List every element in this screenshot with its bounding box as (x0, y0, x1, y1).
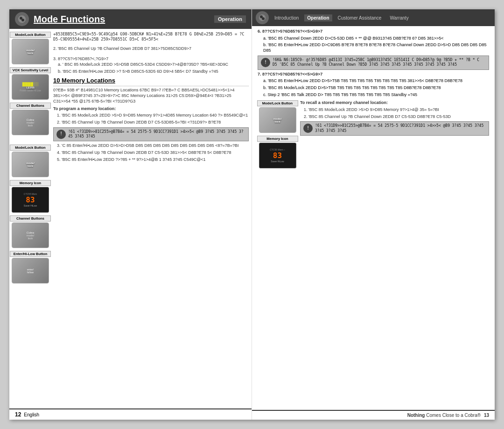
sidebar-label-memory-right: Memory Icon (257, 136, 298, 142)
sidebar-label-channel-2: Channel Buttons (10, 215, 51, 221)
device-mode-lock-right: mode/lock (259, 107, 296, 133)
sidebar-item-enter-hi: Enter/Hi-Low Button enter/hi/low (11, 251, 49, 284)
memory-intro-text: 0?EB= 93B #" B14981C10 Memory Locations … (53, 88, 249, 104)
sidebar-label-mode-lock-2: Mode/Lock Button (10, 145, 51, 151)
device-vox-img: ▓▓▓▓░░ LE055 Power Saver Hi Low (12, 74, 49, 100)
callout-icon-recall: ! (303, 124, 313, 133)
recall-step-1: 1. 'B5C 85 Mode/Lock 2EDD >5>D 9>D85 Mem… (304, 107, 489, 113)
item-6: 6. 8??C5?>5?6D85?6?<<5>G9>7 a. 'B5C 85 C… (258, 29, 489, 54)
right-sidebar: Mode/Lock Button mode/lock Memory Icon C… (258, 100, 297, 168)
nav-tab-intro[interactable]: Introduction (272, 14, 301, 21)
sidebar-item-channel-1: Channel Buttons Cobra mode/lock (11, 103, 49, 135)
left-main-content: +853EBB5C5>C9E9<55-9C49C@54 G90-5DBCK# N… (51, 29, 252, 408)
item-2-text: 2. 'B5C 85 Channel Up ?B Channel Down 2E… (53, 46, 191, 51)
sidebar-item-mode-lock-1: Mode/Lock Button mode/lock (11, 32, 49, 64)
right-footer: Nothing Comes Close to a Cobra® 13 (252, 410, 495, 420)
sidebar-item-memory-right: Memory Icon CTC55 Mem – 83 Saver HiLow (258, 136, 297, 168)
nav-tab-customer[interactable]: Customer Assistance (335, 14, 385, 21)
item-3b-text: b. 'B5C 85 Enter/Hi•Low 2EDD >? 5>B D85C… (58, 69, 249, 75)
callout-text-right: !6K& N6:185C9- @!35?6D85 @4513I 3?45=25B… (273, 58, 486, 68)
device-channel-img-2: Cobra mode/lock (12, 222, 49, 248)
sidebar-label-vox: VOX Sensitivity Level (10, 67, 51, 73)
footer-brand-strong: Nothing (407, 413, 425, 418)
memory-step-3: 3. 'C 85 Enter/Hi•Low 2EDD D>5>D>D5B D85… (57, 143, 249, 149)
memory-step-5: 5. 'B5C 85 Enter/Hi•Low 2EDD ?>?85 + ** … (57, 157, 249, 163)
sidebar-item-mode-lock-right: Mode/Lock Button mode/lock (258, 100, 297, 133)
nav-tab-operation[interactable]: Operation (304, 14, 332, 21)
item-7a: a. 'B5C 85 Enter/Hi•Low 2EDD D>5>T5B T85… (263, 78, 489, 84)
nav-tab-warranty[interactable]: Warranty (387, 14, 411, 21)
sidebar-item-memory: Memory Icon CTC55 Mem 83 Saver HiLow (11, 180, 49, 213)
device-mode-lock-img-1: mode/lock (12, 39, 49, 64)
dotted-divider (53, 86, 249, 86)
device-channel-img-1: Cobra mode/lock (12, 110, 49, 135)
page-number-left: 12 (15, 411, 21, 418)
device-enter-hi-img: enter/hi/low (12, 258, 49, 284)
footer-brand-suffix: Comes Close to a Cobra (425, 413, 477, 418)
svg-point-5 (262, 17, 265, 20)
item-7-label: 7. 8??C5?>5?6D85?6?<<5>G9>7 (258, 72, 489, 77)
sidebar-item-channel-2: Channel Buttons Cobra mode/lock (11, 215, 49, 248)
memory-section-title: 10 Memory Locations (53, 77, 249, 84)
page-container: Mode Functions Operation Mode/Lock Butto… (9, 9, 495, 420)
device-mode-lock-img-2: mode/lock (12, 152, 49, 177)
recall-step-2: 2. 'B5C 85 Channel Up ?B Channel Down 2E… (304, 114, 489, 120)
right-page: Introduction Operation Customer Assistan… (252, 9, 495, 420)
right-main-recall: To recall a stored memory channel locati… (300, 100, 489, 168)
intro-text-block: +853EBB5C5>C9E9<55-9C49C@54 G90-5DBCK# N… (53, 32, 249, 42)
page-number-right: 13 (484, 413, 489, 418)
sidebar-label-channel-1: Channel Buttons (10, 103, 51, 109)
item-6-label: 6. 8??C5?>5?6D85?6?<<5>G9>7 (258, 29, 489, 35)
left-footer: 12 English (9, 408, 252, 420)
memory-step-2: 2. 'B5C 85 Channel Up ?B Channel Down 2E… (57, 120, 249, 125)
sidebar-item-vox: VOX Sensitivity Level ▓▓▓▓░░ LE055 Power… (11, 67, 49, 100)
left-page: Mode Functions Operation Mode/Lock Butto… (9, 9, 252, 420)
svg-point-2 (21, 19, 24, 21)
item-7b: b. 'B5C 85 Mode/Lock 2EDD D>5>T5B T85 T8… (263, 85, 489, 91)
sidebar-label-memory: Memory Icon (10, 180, 51, 186)
callout-box-right: ! !6K& N6:185C9- @!35?6D85 @4513I 3?45=2… (258, 55, 489, 70)
to-program-label: To program a memory location: (53, 106, 249, 112)
item-2: 2. 'B5C 85 Channel Up ?B Channel Down 2E… (53, 43, 249, 52)
right-header: Introduction Operation Customer Assistan… (252, 9, 495, 26)
item-3: 3. 8??C5?>5?6D85?<,?G9>7 a. ' B5C 85 Mod… (53, 54, 249, 74)
sidebar-item-mode-lock-2: Mode/Lock Button mode/lock (11, 145, 49, 177)
callout-text-2: !61 <?31D9>>81C255>@B7B4= = 54 25?5-5 9D… (68, 130, 245, 139)
callout-icon-2: ! (56, 130, 66, 139)
left-sidebar: Mode/Lock Button mode/lock VOX Sensitivi… (9, 29, 51, 408)
sidebar-label-mode-lock-right: Mode/Lock Button (257, 100, 298, 106)
footer-brand-right: Nothing Comes Close to a Cobra® 13 (407, 413, 489, 418)
header-icon-left (15, 12, 29, 26)
page-title-left: Mode Functions (34, 14, 105, 25)
left-header: Mode Functions Operation (9, 9, 252, 29)
footer-trademark: ® (477, 413, 481, 418)
callout-icon-right: ! (261, 58, 270, 67)
item-7: 7. 8??C5?>5?6D85?6?<<5>G9>7 a. 'B5C 85 E… (258, 72, 489, 98)
callout-text-recall: !61 <?31D9>>81C255>@B7B4= = 54 25?5-5 9D… (315, 124, 486, 133)
header-icon-right (256, 11, 269, 24)
footer-lang: English (24, 412, 39, 417)
callout-box-recall: ! !61 <?31D9>>81C255>@B7B4= = 54 25?5-5 … (300, 121, 489, 136)
item-3-text: 3. 8??C5?>5?6D85?<,?G9>7 (53, 56, 108, 61)
header-tab-left: Operation (214, 15, 246, 23)
item-3a-text: a. ' B5C 85 Mode/Lock 2EDD >5>D5B D85C5-… (58, 62, 249, 68)
item-6a: a. 'B5C 85 Channel Down 2EDD D>C5-53D D8… (263, 36, 489, 42)
to-recall-label: To recall a stored memory channel locati… (300, 100, 489, 106)
device-memory-right: CTC55 Mem – 83 Saver HiLow (259, 143, 296, 168)
memory-step-4: 4. 'B5C 85 Channel Up ?B Channel Down 2E… (57, 150, 249, 156)
recall-section: Mode/Lock Button mode/lock Memory Icon C… (258, 100, 489, 168)
callout-box-2: ! !61 <?31D9>>81C255>@B7B4= = 54 25?5-5 … (53, 127, 249, 142)
item-6b: b. 'B5C 85 Enter/Hi•Low 2EDD D>C9D85 B?E… (263, 42, 489, 53)
device-memory-img: CTC55 Mem 83 Saver HiLow (12, 187, 49, 213)
item-7c: c. Step 2 'B5C 85 Talk 2EDD D> T85 T85 T… (263, 92, 489, 98)
sidebar-label-mode-lock-1: Mode/Lock Button (10, 32, 51, 38)
memory-step-1: 1. 'B5C 85 Mode/Lock 2EDD >5>D 9>D85 Mem… (57, 113, 249, 118)
sidebar-label-enter-hi: Enter/Hi-Low Button (10, 251, 51, 257)
intro-line1: +853EBB5C5>C9E9<55-9C49C@54 G90-5DBCK# N… (53, 32, 249, 42)
right-content: 6. 8??C5?>5?6D85?6?<<5>G9>7 a. 'B5C 85 C… (252, 26, 495, 410)
